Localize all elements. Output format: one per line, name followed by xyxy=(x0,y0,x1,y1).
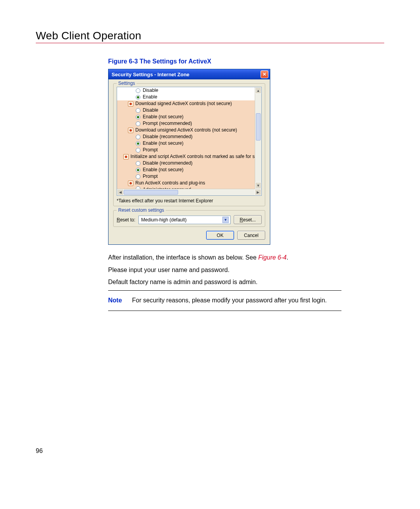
reset-to-select[interactable]: Medium-high (default) ▼ xyxy=(138,216,231,224)
settings-tree[interactable]: DisableEnableDownload signed ActiveX con… xyxy=(117,87,262,196)
tree-header: Run ActiveX controls and plug-ins xyxy=(117,180,255,186)
tree-item-label: Download unsigned ActiveX controls (not … xyxy=(135,127,237,133)
tree-option[interactable]: Enable xyxy=(117,94,255,100)
reset-to-value: Medium-high (default) xyxy=(141,217,187,223)
radio-icon[interactable] xyxy=(136,135,140,139)
tree-item-label: Initialize and script ActiveX controls n… xyxy=(131,153,255,160)
radio-icon[interactable] xyxy=(136,186,140,189)
radio-icon[interactable] xyxy=(136,108,140,113)
tree-option[interactable]: Prompt (recommended) xyxy=(117,120,255,127)
reset-groupbox: Reset custom settings Reset to: Medium-h… xyxy=(113,210,265,227)
scroll-up-icon[interactable]: ▲ xyxy=(255,87,261,94)
scroll-down-icon[interactable]: ▼ xyxy=(255,182,261,189)
tree-header: Download unsigned ActiveX controls (not … xyxy=(117,127,255,133)
activex-icon xyxy=(128,181,133,186)
radio-icon[interactable] xyxy=(136,161,140,166)
tree-item-label: Enable (not secure) xyxy=(143,167,184,173)
tree-option[interactable]: Disable (recommended) xyxy=(117,133,255,140)
reset-button[interactable]: Reset... xyxy=(234,215,262,224)
scroll-left-icon[interactable]: ◀ xyxy=(117,189,124,195)
tree-item-label: Administrator approved xyxy=(143,186,191,189)
tree-header: Download signed ActiveX controls (not se… xyxy=(117,100,255,107)
tree-option[interactable]: Enable (not secure) xyxy=(117,140,255,147)
activex-icon xyxy=(128,128,133,133)
security-settings-dialog: Security Settings - Internet Zone ✕ Sett… xyxy=(108,69,270,245)
tree-item-label: Enable xyxy=(143,94,157,100)
tree-option[interactable]: Enable (not secure) xyxy=(117,114,255,120)
tree-option[interactable]: Administrator approved xyxy=(117,186,255,189)
vertical-thumb[interactable] xyxy=(256,113,261,140)
tree-option[interactable]: Disable xyxy=(117,107,255,114)
reset-to-label: Reset to: xyxy=(117,217,135,223)
figure-caption: Figure 6-3 The Settings for ActiveX xyxy=(108,58,341,65)
radio-icon[interactable] xyxy=(136,121,140,126)
reset-legend: Reset custom settings xyxy=(117,207,166,213)
page-heading: Web Client Operation xyxy=(36,30,384,43)
tree-item-label: Prompt xyxy=(143,173,158,180)
tree-item-label: Download signed ActiveX controls (not se… xyxy=(135,100,232,107)
activex-icon xyxy=(123,154,129,160)
tree-item-label: Disable xyxy=(143,87,158,94)
tree-option[interactable]: Enable (not secure) xyxy=(117,167,255,173)
ok-button[interactable]: OK xyxy=(206,231,234,240)
tree-option[interactable]: Disable xyxy=(117,87,255,94)
settings-legend: Settings xyxy=(117,81,136,86)
activex-icon xyxy=(128,101,133,107)
close-icon[interactable]: ✕ xyxy=(261,70,268,78)
chevron-down-icon[interactable]: ▼ xyxy=(222,217,229,223)
tree-header: Initialize and script ActiveX controls n… xyxy=(117,153,255,160)
radio-icon[interactable] xyxy=(136,95,140,100)
note-separator-bottom xyxy=(108,311,341,311)
note-separator-top xyxy=(108,290,341,291)
dialog-title: Security Settings - Internet Zone xyxy=(112,72,261,77)
vertical-scrollbar[interactable]: ▲ ▼ xyxy=(255,87,261,189)
radio-icon[interactable] xyxy=(136,168,140,172)
horizontal-thumb[interactable] xyxy=(124,190,178,195)
tree-option[interactable]: Prompt xyxy=(117,173,255,180)
paragraph-input-credentials: Please input your user name and password… xyxy=(108,266,341,274)
cancel-button[interactable]: Cancel xyxy=(237,231,265,240)
tree-option[interactable]: Prompt xyxy=(117,147,255,153)
paragraph-default-credentials: Default factory name is admin and passwo… xyxy=(108,278,341,286)
radio-icon[interactable] xyxy=(136,174,140,179)
note-label: Note xyxy=(108,296,122,305)
restart-note: *Takes effect after you restart Internet… xyxy=(117,198,262,204)
radio-icon[interactable] xyxy=(136,141,140,146)
paragraph-after-install: After installation, the interface is sho… xyxy=(108,253,341,262)
dialog-titlebar[interactable]: Security Settings - Internet Zone ✕ xyxy=(108,69,270,79)
tree-item-label: Prompt (recommended) xyxy=(143,120,192,127)
page-number: 96 xyxy=(36,448,43,455)
settings-groupbox: Settings DisableEnableDownload signed Ac… xyxy=(113,83,265,206)
tree-item-label: Prompt xyxy=(143,147,158,153)
tree-item-label: Run ActiveX controls and plug-ins xyxy=(135,180,205,186)
tree-item-label: Enable (not secure) xyxy=(143,140,184,147)
tree-item-label: Disable (recommended) xyxy=(143,160,192,167)
tree-item-label: Disable (recommended) xyxy=(143,133,192,140)
figure-reference: Figure 6-4 xyxy=(258,254,287,261)
note-text: For security reasons, please modify your… xyxy=(132,296,327,305)
horizontal-scrollbar[interactable]: ◀ ▶ xyxy=(117,189,261,195)
tree-item-label: Disable xyxy=(143,107,158,114)
scroll-right-icon[interactable]: ▶ xyxy=(255,189,261,195)
radio-icon[interactable] xyxy=(136,88,140,93)
tree-option[interactable]: Disable (recommended) xyxy=(117,160,255,167)
tree-item-label: Enable (not secure) xyxy=(143,114,184,120)
radio-icon[interactable] xyxy=(136,148,140,153)
radio-icon[interactable] xyxy=(136,115,140,119)
note-block: Note For security reasons, please modify… xyxy=(108,295,341,307)
